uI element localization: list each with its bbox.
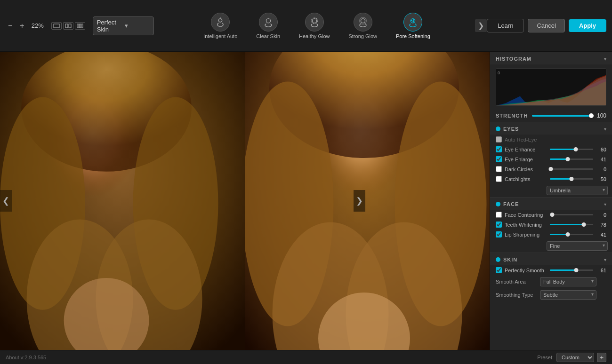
svg-point-14 [411,20,412,21]
strength-slider-thumb[interactable] [589,113,594,118]
eye-enhance-checkbox[interactable] [496,146,502,152]
preset-item-healthy-glow[interactable]: Healthy Glow [294,11,334,41]
eye-enlarge-fill [550,158,568,160]
smoothing-type-select[interactable]: Subtle Medium Strong [540,290,596,300]
preset-dropdown-arrow: ▾ [125,22,150,29]
preset-dropdown[interactable]: Perfect Skin ▾ [93,16,154,35]
perfectly-smooth-row: Perfectly Smooth 61 [490,265,612,275]
eye-enhance-label: Eye Enhance [505,147,547,152]
pore-softening-icon [403,13,422,32]
eye-enlarge-slider[interactable] [550,158,593,160]
intelligent-auto-icon [211,13,230,32]
smoothing-type-row: Smoothing Type Subtle Medium Strong [490,288,612,301]
svg-point-9 [312,18,316,23]
eye-enhance-fill [550,149,576,150]
apply-button[interactable]: Apply [569,19,606,32]
skin-header: SKIN ▾ [490,253,612,265]
preset-item-pore-softening[interactable]: Pore Softening [391,11,435,41]
strength-slider-track[interactable] [532,115,592,117]
face-collapse-arrow[interactable]: ▾ [604,202,606,207]
eye-enhance-slider[interactable] [550,149,593,150]
zoom-out-button[interactable]: − [6,21,15,31]
svg-point-8 [266,18,270,23]
version-text: About v:2.9.3.565 [6,355,46,360]
preset-label-strong-glow: Strong Glow [348,33,377,39]
dark-circles-checkbox[interactable] [496,166,502,172]
histogram-header: HISTOGRAM ▾ [490,52,612,64]
image-area: ❮ [0,52,490,350]
catchlights-type-wrapper: Umbrella Ring Window [547,186,608,195]
lip-sharpening-type-row: Fine Medium Strong [490,239,612,253]
preset-item-intelligent-auto[interactable]: Intelligent Auto [199,11,242,41]
smooth-area-select[interactable]: Full Body Face Only Custom [540,277,596,286]
smooth-area-wrapper: Full Body Face Only Custom [540,277,596,286]
eyes-collapse-arrow[interactable]: ▾ [604,127,606,132]
catchlights-thumb[interactable] [570,177,574,181]
perfectly-smooth-value: 61 [596,268,606,273]
perfectly-smooth-checkbox[interactable] [496,267,502,273]
eyes-header: EYES ▾ [490,122,612,135]
image-nav-split-button[interactable]: ❯ [354,190,365,212]
dark-circles-row: Dark Circles 0 [490,164,612,174]
catchlights-slider[interactable] [550,178,593,180]
auto-red-eye-checkbox[interactable] [496,136,502,142]
lip-sharpening-row: Lip Sharpening 41 [490,229,612,239]
presets-next-button[interactable]: ❯ [475,19,487,32]
catchlights-checkbox[interactable] [496,176,502,182]
face-contouring-checkbox[interactable] [496,212,502,218]
face-contouring-thumb[interactable] [550,213,554,217]
face-dot [496,202,500,206]
preset-area: Preset: Custom Default + [537,353,606,362]
lip-sharpening-checkbox[interactable] [496,231,502,237]
eye-enhance-value: 60 [596,147,606,152]
view-split-icon[interactable] [63,22,73,30]
catchlights-type-select[interactable]: Umbrella Ring Window [547,186,608,195]
image-nav-left-button[interactable]: ❮ [0,190,12,212]
skin-dot [496,257,500,262]
lip-sharpening-value: 41 [596,232,606,237]
teeth-whitening-checkbox[interactable] [496,222,502,228]
dark-circles-slider[interactable] [550,168,593,170]
lip-sharpening-fill [550,234,568,235]
teeth-whitening-thumb[interactable] [581,222,586,227]
face-title-group: FACE [496,201,519,207]
lip-sharpening-type-select[interactable]: Fine Medium Strong [547,241,608,251]
face-contouring-slider[interactable] [550,214,593,215]
svg-rect-1 [65,24,68,28]
eye-enhance-thumb[interactable] [574,147,578,151]
eye-enlarge-thumb[interactable] [565,157,570,161]
perfectly-smooth-thumb[interactable] [574,268,579,272]
preset-label-healthy-glow: Healthy Glow [299,33,330,39]
preset-value-select[interactable]: Custom Default [556,353,594,362]
teeth-whitening-slider[interactable] [550,224,593,225]
svg-point-6 [219,18,222,22]
skin-collapse-arrow[interactable]: ▾ [604,257,606,262]
svg-rect-3 [77,24,79,28]
strength-slider-fill [532,115,592,117]
histogram-collapse-arrow[interactable]: ▾ [604,56,606,62]
zoom-in-button[interactable]: + [17,21,26,31]
face-contouring-label: Face Contouring [505,212,547,218]
perfectly-smooth-slider[interactable] [550,269,593,271]
svg-rect-2 [69,24,71,28]
dark-circles-thumb[interactable] [548,167,553,171]
learn-button[interactable]: Learn [487,19,524,32]
eye-enlarge-checkbox[interactable] [496,156,502,162]
preset-add-button[interactable]: + [597,353,606,362]
view-compare-icon[interactable] [75,22,85,30]
view-single-icon[interactable] [51,22,62,30]
dark-circles-label: Dark Circles [505,166,547,172]
preset-item-clear-skin[interactable]: Clear Skin [251,11,285,41]
cancel-button[interactable]: Cancel [528,19,564,32]
preset-item-strong-glow[interactable]: Strong Glow [344,11,382,41]
lip-sharpening-slider[interactable] [550,234,593,235]
strong-glow-icon [354,13,372,32]
teeth-whitening-value: 78 [596,222,606,228]
lip-sharpening-thumb[interactable] [565,232,570,237]
eye-enlarge-row: Eye Enlarge 41 [490,154,612,164]
status-bar: About v:2.9.3.565 Preset: Custom Default… [0,350,612,364]
after-image-panel [245,52,490,350]
face-contouring-row: Face Contouring 0 [490,210,612,220]
smoothing-type-label: Smoothing Type [496,292,538,298]
teeth-whitening-fill [550,224,584,225]
